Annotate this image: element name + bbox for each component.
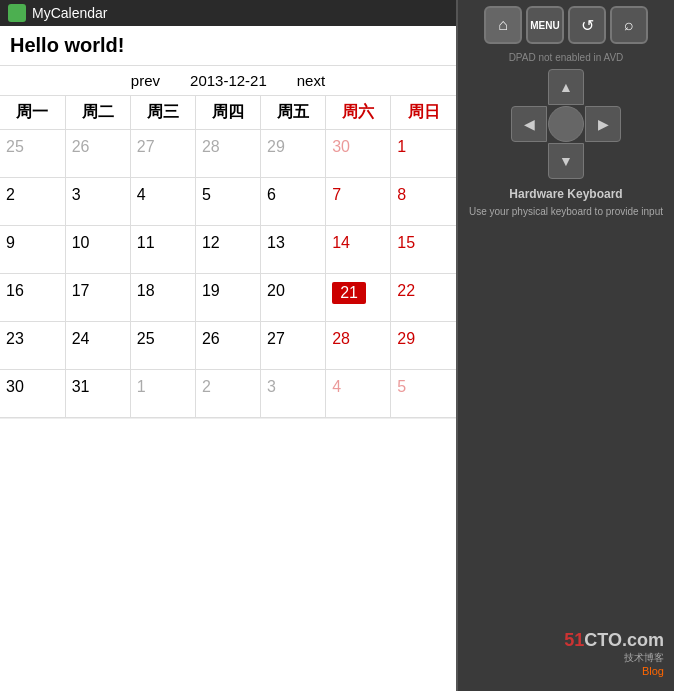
dpad-container: ▲ ◀ ▶ ▼	[511, 69, 621, 179]
dpad-label: DPAD not enabled in AVD	[509, 52, 624, 63]
calendar-cell[interactable]: 1	[391, 130, 456, 178]
calendar-header: 周一周二周三周四周五周六周日	[0, 96, 456, 130]
calendar-cell[interactable]: 10	[65, 226, 130, 274]
calendar-cell[interactable]: 12	[195, 226, 260, 274]
calendar-cell[interactable]: 6	[261, 178, 326, 226]
watermark: 51CTO.com 技术博客 Blog	[464, 630, 668, 677]
header-周三: 周三	[130, 96, 195, 130]
screen-panel: MyCalendar Hello world! prev 2013-12-21 …	[0, 0, 458, 691]
calendar-cell[interactable]: 22	[391, 274, 456, 322]
dpad-up-button[interactable]: ▲	[548, 69, 584, 105]
calendar-row: 303112345	[0, 370, 456, 418]
calendar-row: 23242526272829	[0, 322, 456, 370]
prev-button[interactable]: prev	[131, 72, 160, 89]
calendar-cell[interactable]: 7	[326, 178, 391, 226]
calendar-cell[interactable]: 26	[195, 322, 260, 370]
calendar-cell[interactable]: 21	[326, 274, 391, 322]
calendar-cell[interactable]: 14	[326, 226, 391, 274]
calendar-cell[interactable]: 23	[0, 322, 65, 370]
calendar-cell[interactable]: 15	[391, 226, 456, 274]
calendar-cell[interactable]: 8	[391, 178, 456, 226]
calendar-cell[interactable]: 4	[130, 178, 195, 226]
watermark-blog: Blog	[464, 665, 664, 677]
calendar-cell[interactable]: 30	[326, 130, 391, 178]
title-bar: MyCalendar	[0, 0, 456, 26]
calendar-cell[interactable]: 13	[261, 226, 326, 274]
header-周四: 周四	[195, 96, 260, 130]
app-icon	[8, 4, 26, 22]
hw-keyboard-desc: Use your physical keyboard to provide in…	[465, 205, 667, 219]
dpad-center-button[interactable]	[548, 106, 584, 142]
calendar-cell[interactable]: 5	[195, 178, 260, 226]
watermark-logo: 51CTO.com	[464, 630, 664, 651]
calendar-row: 9101112131415	[0, 226, 456, 274]
control-panel: ⌂ MENU ↺ ⌕ DPAD not enabled in AVD ▲ ◀ ▶…	[458, 0, 674, 691]
calendar-cell[interactable]: 2	[195, 370, 260, 418]
calendar-cell[interactable]: 1	[130, 370, 195, 418]
calendar-cell[interactable]: 18	[130, 274, 195, 322]
back-button[interactable]: ↺	[568, 6, 606, 44]
hello-bar: Hello world!	[0, 26, 456, 66]
calendar-cell[interactable]: 29	[261, 130, 326, 178]
home-button[interactable]: ⌂	[484, 6, 522, 44]
calendar-table: 周一周二周三周四周五周六周日 2526272829301234567891011…	[0, 96, 456, 418]
menu-button[interactable]: MENU	[526, 6, 564, 44]
calendar-cell[interactable]: 24	[65, 322, 130, 370]
calendar-date: 2013-12-21	[190, 72, 267, 89]
header-周日: 周日	[391, 96, 456, 130]
calendar-cell[interactable]: 26	[65, 130, 130, 178]
calendar-cell[interactable]: 27	[130, 130, 195, 178]
search-button[interactable]: ⌕	[610, 6, 648, 44]
bottom-area	[0, 418, 456, 691]
calendar-cell[interactable]: 30	[0, 370, 65, 418]
app-name: MyCalendar	[32, 5, 107, 21]
calendar-cell[interactable]: 5	[391, 370, 456, 418]
calendar-cell[interactable]: 11	[130, 226, 195, 274]
header-周二: 周二	[65, 96, 130, 130]
header-周一: 周一	[0, 96, 65, 130]
calendar-cell[interactable]: 19	[195, 274, 260, 322]
calendar-cell[interactable]: 27	[261, 322, 326, 370]
header-row: 周一周二周三周四周五周六周日	[0, 96, 456, 130]
calendar-cell[interactable]: 20	[261, 274, 326, 322]
calendar-body: 2526272829301234567891011121314151617181…	[0, 130, 456, 418]
next-button[interactable]: next	[297, 72, 325, 89]
calendar-row: 16171819202122	[0, 274, 456, 322]
dpad-left-button[interactable]: ◀	[511, 106, 547, 142]
calendar-cell[interactable]: 2	[0, 178, 65, 226]
calendar-cell[interactable]: 25	[130, 322, 195, 370]
dpad-down-button[interactable]: ▼	[548, 143, 584, 179]
header-周五: 周五	[261, 96, 326, 130]
top-controls: ⌂ MENU ↺ ⌕	[464, 6, 668, 44]
header-周六: 周六	[326, 96, 391, 130]
calendar-cell[interactable]: 31	[65, 370, 130, 418]
calendar-cell[interactable]: 4	[326, 370, 391, 418]
calendar-cell[interactable]: 16	[0, 274, 65, 322]
calendar-cell[interactable]: 25	[0, 130, 65, 178]
hw-keyboard-title: Hardware Keyboard	[509, 187, 622, 201]
calendar-row: 2526272829301	[0, 130, 456, 178]
calendar-cell[interactable]: 29	[391, 322, 456, 370]
calendar-cell[interactable]: 28	[326, 322, 391, 370]
hello-text: Hello world!	[10, 34, 124, 56]
calendar-row: 2345678	[0, 178, 456, 226]
calendar-cell[interactable]: 9	[0, 226, 65, 274]
calendar-nav: prev 2013-12-21 next	[0, 66, 456, 96]
calendar-cell[interactable]: 28	[195, 130, 260, 178]
dpad-right-button[interactable]: ▶	[585, 106, 621, 142]
calendar-cell[interactable]: 3	[65, 178, 130, 226]
calendar-cell[interactable]: 3	[261, 370, 326, 418]
calendar-cell[interactable]: 17	[65, 274, 130, 322]
watermark-sub: 技术博客	[464, 651, 664, 665]
